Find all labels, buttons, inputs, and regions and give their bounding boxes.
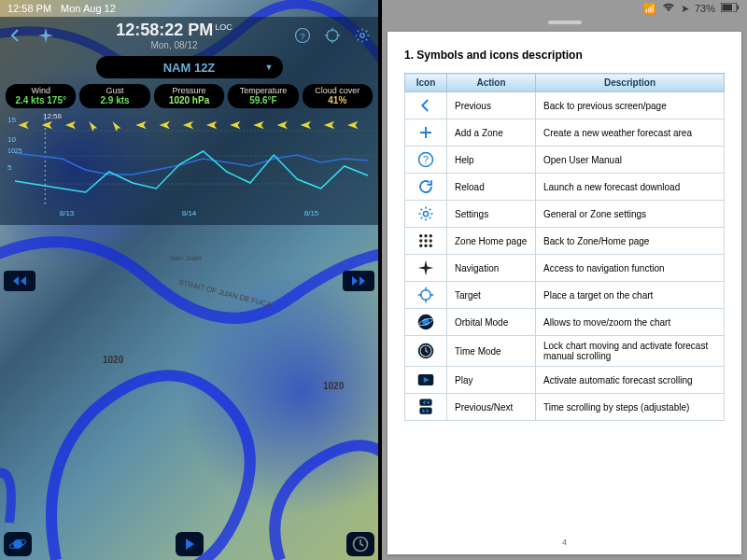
svg-point-25 <box>424 239 427 242</box>
play-button[interactable] <box>176 532 204 556</box>
table-row: TargetPlace a target on the chart <box>405 282 725 309</box>
weather-chart-app: STRAIT OF JUAN DE FUCA San Juan 1020 102… <box>0 0 378 560</box>
forecast-graph[interactable]: 15 10 1025 5 12:58 <box>6 114 373 207</box>
svg-point-5 <box>327 30 338 41</box>
row-desc: Back to Zone/Home page <box>536 228 725 255</box>
battery-icon <box>721 3 740 14</box>
row-desc: Time scrolling by steps (adjustable) <box>536 394 725 421</box>
settings-button[interactable] <box>352 25 373 46</box>
row-action: Time Mode <box>447 336 536 367</box>
clock-tz: LOC <box>215 22 233 32</box>
clock-date: Mon, 08/12 <box>56 40 292 50</box>
metric-cloud[interactable]: Cloud cover41% <box>303 84 373 108</box>
svg-point-22 <box>424 234 427 237</box>
svg-point-30 <box>421 290 431 301</box>
svg-point-21 <box>419 234 422 237</box>
table-row: Add a ZoneCreate a new weather forecast … <box>405 119 725 147</box>
row-desc: Back to previous screen/page <box>536 92 725 119</box>
row-action: Previous/Next <box>447 394 536 421</box>
metric-pressure[interactable]: Pressure1020 hPa <box>154 84 224 108</box>
col-icon: Icon <box>405 74 447 92</box>
svg-point-23 <box>430 234 432 237</box>
play-icon <box>405 367 447 394</box>
metric-temperature[interactable]: Temperature59.6°F <box>228 84 298 108</box>
wifi-icon <box>662 3 675 14</box>
orbital-mode-button[interactable] <box>4 532 32 556</box>
split-view-handle[interactable] <box>378 0 382 560</box>
plus-icon <box>405 119 447 147</box>
pressure-label-1: 1020 <box>323 381 344 391</box>
metric-wind[interactable]: Wind2.4 kts 175° <box>6 84 76 108</box>
clock-time: 12:58:22 PM <box>116 21 213 39</box>
svg-rect-42 <box>419 408 431 414</box>
sheet-grab-handle[interactable] <box>548 21 582 24</box>
graph-y-ticks: 15 10 1025 5 <box>7 114 22 172</box>
step-forward-button[interactable] <box>343 271 374 291</box>
metrics-row: Wind2.4 kts 175° Gust2.9 kts Pressure102… <box>6 84 373 108</box>
svg-point-20 <box>423 211 428 216</box>
time-icon <box>405 336 447 367</box>
row-desc: Access to navigation function <box>536 255 725 282</box>
table-row: ReloadLaunch a new forecast download <box>405 174 725 201</box>
nav-compass-button[interactable] <box>35 25 56 46</box>
row-action: Previous <box>447 92 536 119</box>
graph-now-label: 12:58 <box>43 112 62 120</box>
row-action: Play <box>447 367 536 394</box>
document-page[interactable]: 1. Symbols and icons description Icon Ac… <box>388 32 741 554</box>
table-row: Zone Home pageBack to Zone/Home page <box>405 228 725 255</box>
forecast-top-panel: 12:58:22 PMLOC Mon, 08/12 ? NAM 12Z <box>0 17 378 225</box>
row-action: Settings <box>447 201 536 228</box>
row-desc: General or Zone settings <box>536 201 725 228</box>
svg-text:?: ? <box>423 154 429 165</box>
battery-text: 73% <box>695 3 715 14</box>
time-mode-button[interactable] <box>346 532 374 556</box>
compass-star-icon <box>405 255 447 282</box>
help-button[interactable]: ? <box>292 25 313 46</box>
back-button[interactable] <box>6 25 26 46</box>
svg-rect-2 <box>738 6 740 9</box>
table-row: PreviousBack to previous screen/page <box>405 92 725 119</box>
target-button[interactable] <box>322 25 343 46</box>
clock-display: 12:58:22 PMLOC Mon, 08/12 <box>56 21 292 50</box>
row-desc: Open User Manual <box>536 147 725 174</box>
row-desc: Activate automatic forecast scrolling <box>536 367 725 394</box>
row-desc: Lock chart moving and activate forecast … <box>536 336 725 367</box>
page-number: 4 <box>388 538 741 547</box>
help-circle-icon: ? <box>405 147 447 174</box>
table-row: Orbital ModeAllows to move/zoom the char… <box>405 309 725 336</box>
section-heading: 1. Symbols and icons description <box>404 49 725 62</box>
table-row: Previous/NextTime scrolling by steps (ad… <box>405 394 725 421</box>
row-action: Reload <box>447 174 536 201</box>
row-action: Navigation <box>447 255 536 282</box>
svg-point-26 <box>430 239 432 242</box>
row-desc: Create a new weather forecast area <box>536 119 725 147</box>
model-selector[interactable]: NAM 12Z ▼ <box>96 56 283 78</box>
grid-dots-icon <box>405 228 447 255</box>
graph-x-axis: 8/13 8/14 8/15 <box>6 209 373 217</box>
document-viewer-app: 1. Symbols and icons description Icon Ac… <box>382 0 747 560</box>
svg-rect-1 <box>723 5 733 11</box>
svg-point-29 <box>430 245 432 247</box>
svg-point-28 <box>424 245 427 247</box>
ios-status-bar: 12:58 PM Mon Aug 12 📶 ➤ 73% <box>0 0 747 17</box>
row-action: Help <box>447 147 536 174</box>
svg-point-27 <box>419 245 422 247</box>
status-time: 12:58 PM <box>7 3 51 14</box>
symbols-table: Icon Action Description PreviousBack to … <box>404 73 725 421</box>
table-row: PlayActivate automatic forecast scrollin… <box>405 367 725 394</box>
table-row: NavigationAccess to navigation function <box>405 255 725 282</box>
step-back-button[interactable] <box>4 271 35 291</box>
svg-rect-41 <box>419 399 431 406</box>
orbital-icon <box>405 309 447 336</box>
row-action: Target <box>447 282 536 309</box>
row-desc: Place a target on the chart <box>536 282 725 309</box>
row-desc: Allows to move/zoom the chart <box>536 309 725 336</box>
svg-text:?: ? <box>300 31 305 41</box>
model-label: NAM 12Z <box>163 61 216 75</box>
table-row: ?HelpOpen User Manual <box>405 147 725 174</box>
gear-icon <box>405 201 447 228</box>
metric-gust[interactable]: Gust2.9 kts <box>79 84 149 108</box>
svg-point-10 <box>360 34 365 38</box>
status-date: Mon Aug 12 <box>61 3 116 14</box>
table-row: SettingsGeneral or Zone settings <box>405 201 725 228</box>
